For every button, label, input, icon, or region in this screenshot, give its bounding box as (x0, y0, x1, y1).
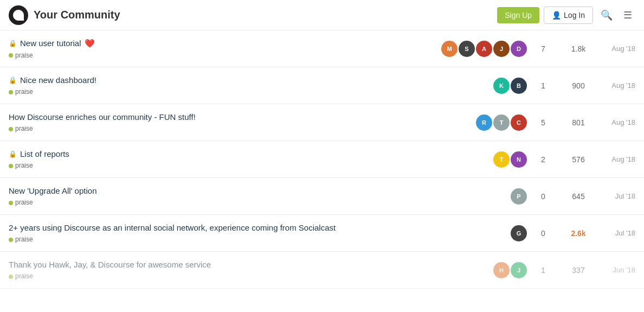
person-icon: 👤 (552, 11, 561, 20)
topic-views: 576 (559, 155, 597, 164)
topic-replies: 7 (527, 44, 559, 53)
lock-icon: 🔒 (9, 40, 17, 47)
avatar[interactable]: S (459, 41, 475, 57)
topic-avatars: TN (456, 151, 527, 168)
avatar[interactable]: R (476, 114, 492, 131)
header-right: Sign Up 👤 Log In 🔍 ☰ (497, 6, 635, 24)
topic-title[interactable]: Nice new dashboard! (20, 75, 96, 85)
avatar[interactable]: B (511, 78, 527, 94)
avatar[interactable]: T (493, 114, 510, 131)
lock-icon: 🔒 (9, 77, 17, 84)
topic-avatars: RTC (456, 114, 527, 131)
topic-title-line: 🔒List of reports (9, 149, 450, 158)
topic-tag-line: praise (9, 271, 450, 280)
topic-title[interactable]: New user tutorial (20, 39, 81, 48)
signup-button[interactable]: Sign Up (497, 7, 539, 23)
topic-title-line: 🔒Nice new dashboard! (9, 75, 450, 85)
table-row: 🔒Nice new dashboard!praiseKB1900Aug '18 (0, 67, 644, 104)
avatar[interactable]: J (493, 41, 510, 57)
search-button[interactable]: 🔍 (597, 6, 616, 24)
topic-avatars: P (456, 188, 527, 205)
topic-views: 337 (559, 266, 597, 275)
topic-main: New 'Upgrade All' optionpraise (9, 186, 456, 206)
topic-tag-line: praise (9, 87, 450, 95)
topic-main: 2+ years using Discourse as an internal … (9, 223, 456, 243)
avatar[interactable]: P (511, 188, 527, 205)
topic-tag[interactable]: praise (9, 52, 33, 59)
topic-tag-line: praise (9, 198, 450, 206)
site-header: Your Community Sign Up 👤 Log In 🔍 ☰ (0, 0, 644, 30)
topic-views: 2.6k (559, 229, 597, 238)
table-row: 2+ years using Discourse as an internal … (0, 215, 644, 252)
login-button[interactable]: 👤 Log In (544, 7, 593, 24)
topic-views: 900 (559, 81, 597, 90)
topic-list: 🔒New user tutorial❤️praiseMSAJD71.8kAug … (0, 30, 644, 289)
avatar[interactable]: M (441, 41, 458, 57)
avatar[interactable]: K (493, 78, 510, 94)
topic-tag[interactable]: praise (9, 88, 33, 95)
search-icon: 🔍 (601, 9, 613, 21)
topic-main: 🔒Nice new dashboard!praise (9, 75, 456, 95)
topic-tag[interactable]: praise (9, 162, 33, 169)
avatar[interactable]: A (476, 41, 492, 57)
avatar[interactable]: C (511, 114, 527, 131)
topic-date: Jul '18 (597, 192, 635, 200)
lock-icon: 🔒 (9, 150, 17, 158)
topic-tag-line: praise (9, 124, 450, 132)
topic-title-line: Thank you Hawk, Jay, & Discourse for awe… (9, 260, 450, 269)
topic-views: 1.8k (559, 44, 597, 53)
site-title: Your Community (34, 9, 120, 21)
topic-replies: 5 (527, 118, 559, 127)
topic-tag-line: praise (9, 234, 450, 243)
topic-title[interactable]: How Discourse enriches our community - F… (9, 112, 196, 122)
avatar[interactable]: G (511, 225, 527, 241)
avatar[interactable]: H (493, 262, 510, 278)
topic-main: How Discourse enriches our community - F… (9, 112, 456, 132)
topic-views: 645 (559, 192, 597, 201)
topic-avatars: HJ (456, 262, 527, 278)
avatar[interactable]: D (511, 41, 527, 57)
topic-main: 🔒New user tutorial❤️praise (9, 39, 456, 59)
topic-tag[interactable]: praise (9, 272, 33, 280)
header-left: Your Community (9, 5, 120, 25)
topic-title[interactable]: List of reports (20, 149, 69, 158)
topic-views: 801 (559, 118, 597, 127)
topic-tag[interactable]: praise (9, 199, 33, 206)
topic-replies: 1 (527, 81, 559, 90)
topic-main: 🔒List of reportspraise (9, 149, 456, 169)
login-label: Log In (564, 11, 585, 20)
table-row: Thank you Hawk, Jay, & Discourse for awe… (0, 252, 644, 289)
topic-replies: 0 (527, 192, 559, 201)
topic-title[interactable]: Thank you Hawk, Jay, & Discourse for awe… (9, 260, 211, 269)
topic-date: Jul '18 (597, 229, 635, 237)
avatar[interactable]: N (511, 151, 527, 168)
avatar[interactable]: J (511, 262, 527, 278)
topic-tag[interactable]: praise (9, 235, 33, 243)
topic-tag[interactable]: praise (9, 125, 33, 132)
topic-title[interactable]: New 'Upgrade All' option (9, 186, 97, 195)
table-row: 🔒New user tutorial❤️praiseMSAJD71.8kAug … (0, 30, 644, 67)
table-row: How Discourse enriches our community - F… (0, 104, 644, 141)
topic-main: Thank you Hawk, Jay, & Discourse for awe… (9, 260, 456, 280)
topic-replies: 2 (527, 155, 559, 164)
topic-date: Aug '18 (597, 118, 635, 126)
topic-date: Aug '18 (597, 81, 635, 90)
topic-avatars: G (456, 225, 527, 241)
topic-tag-line: praise (9, 161, 450, 169)
topic-title[interactable]: 2+ years using Discourse as an internal … (9, 223, 336, 232)
heart-emoji: ❤️ (85, 39, 95, 48)
topic-tag-line: praise (9, 50, 450, 59)
topic-avatars: KB (456, 78, 527, 94)
site-logo-icon (9, 5, 28, 25)
topic-date: Aug '18 (597, 155, 635, 163)
avatar[interactable]: T (493, 151, 510, 168)
topic-title-line: New 'Upgrade All' option (9, 186, 450, 195)
table-row: New 'Upgrade All' optionpraiseP0645Jul '… (0, 178, 644, 215)
topic-title-line: How Discourse enriches our community - F… (9, 112, 450, 122)
menu-button[interactable]: ☰ (620, 6, 635, 24)
topic-avatars: MSAJD (456, 41, 527, 57)
topic-date: Jun '18 (597, 266, 635, 274)
topic-replies: 1 (527, 266, 559, 275)
topic-replies: 0 (527, 229, 559, 238)
table-row: 🔒List of reportspraiseTN2576Aug '18 (0, 141, 644, 178)
